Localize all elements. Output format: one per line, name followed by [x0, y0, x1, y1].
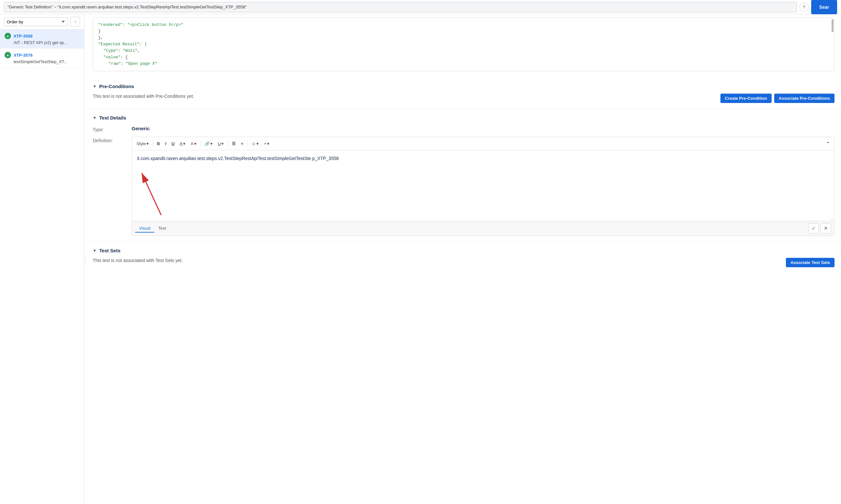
visual-tab[interactable]: Visual [135, 224, 154, 233]
xtp3558-status-icon: ● [4, 33, 11, 39]
xtp3576-id: XTP-3576 [14, 53, 33, 58]
pre-conditions-section: ▼ Pre-Conditions This test is not associ… [86, 78, 841, 109]
test-sets-actions: Associate Test Sets [786, 258, 835, 267]
code-line-6: "value": { [98, 54, 829, 60]
confirm-edit-button[interactable]: ✓ [808, 223, 819, 234]
font-color-button[interactable]: A ▾ [178, 139, 187, 148]
italic-button[interactable]: I [163, 139, 168, 148]
definition-text: it.com.xpandit.raven.arquilian.test.step… [137, 156, 339, 161]
order-by-select[interactable]: Order by [4, 18, 68, 26]
pre-conditions-description: This test is not associated with Pre-Con… [93, 94, 715, 99]
search-query-display[interactable]: "Generic Test Definition" ~ "it.com.xpan… [4, 2, 797, 12]
bold-button[interactable]: B [155, 139, 162, 148]
toolbar-separator-4 [247, 140, 248, 147]
code-line-7: "raw": "Open page X" [98, 60, 829, 67]
code-line-5: "type": "Wiki", [98, 48, 829, 54]
test-details-section: ▼ Test Details Type: Generic Definition:… [86, 109, 841, 242]
definition-editor: Style ▾ B I U A ▾ A ▾ [132, 137, 835, 236]
bullet-list-button[interactable]: ☰ [230, 139, 238, 148]
underline-button[interactable]: U [170, 139, 176, 148]
sidebar-item-xtp3576[interactable]: ● XTP-3576 testSimpleGetTestStep_XT... [0, 49, 84, 68]
editor-toolbar: Style ▾ B I U A ▾ A ▾ [132, 137, 834, 150]
scrollbar[interactable] [831, 19, 834, 32]
pre-conditions-header: ▼ Pre-Conditions [93, 84, 835, 89]
resize-handle[interactable]: ⋮ [84, 14, 86, 504]
underline2-button[interactable]: U ▾ [216, 139, 226, 148]
xtp3576-status-icon: ● [4, 52, 11, 58]
test-details-chevron-icon[interactable]: ▼ [93, 115, 97, 120]
test-sets-header: ▼ Test Sets [93, 248, 835, 253]
toolbar-separator-1 [153, 140, 153, 147]
editor-content-wrapper: it.com.xpandit.raven.arquilian.test.step… [132, 150, 834, 221]
definition-label: Definition: [93, 137, 132, 143]
associate-pre-conditions-button[interactable]: Associate Pre-Conditions [774, 94, 835, 103]
style-dropdown-button[interactable]: Style ▾ [135, 139, 151, 148]
cancel-edit-button[interactable]: ✕ [821, 223, 831, 234]
search-button[interactable]: Sear [811, 0, 837, 14]
code-line-2: } [98, 28, 829, 35]
type-field-row: Type: Generic [93, 126, 835, 132]
top-bar: "Generic Test Definition" ~ "it.com.xpan… [0, 0, 841, 14]
xtp3576-title: testSimpleGetTestStep_XT... [14, 59, 80, 64]
sidebar-toolbar: Order by ↑ [0, 14, 84, 30]
test-details-title: Test Details [99, 115, 126, 121]
code-line-3: }, [98, 35, 829, 41]
create-pre-condition-button[interactable]: Create Pre-Condition [720, 94, 772, 103]
type-value: Generic [132, 126, 150, 131]
code-line-4: "Expected Result": { [98, 41, 829, 48]
sidebar-item-xtp3558[interactable]: ● XTP-3558 AIT - REST API (v2) get sp... [0, 30, 84, 49]
xtp3558-title: AIT - REST API (v2) get sp... [14, 40, 80, 45]
sort-ascending-button[interactable]: ↑ [70, 17, 80, 26]
code-line-1: "rendered": "<p>Click button X</p>" [98, 22, 829, 28]
pre-conditions-title: Pre-Conditions [99, 84, 134, 89]
editor-footer: Visual Text ✓ ✕ [132, 221, 834, 235]
test-sets-section: ▼ Test Sets This test is not associated … [86, 242, 841, 273]
test-sets-title: Test Sets [99, 248, 121, 253]
help-button[interactable]: ? [800, 3, 809, 12]
pre-conditions-chevron-icon[interactable]: ▼ [93, 84, 97, 89]
editor-resize-handle[interactable]: ⌟ [132, 215, 834, 221]
test-details-header: ▼ Test Details [93, 115, 835, 121]
sidebar-items-list: ● XTP-3558 AIT - REST API (v2) get sp...… [0, 30, 84, 504]
test-sets-body: This test is not associated with Test Se… [93, 258, 835, 267]
emoji-button[interactable]: ☺ ▾ [250, 139, 261, 148]
main-layout: Order by ↑ ● XTP-3558 AIT - REST API (v2… [0, 14, 841, 504]
content-area: "rendered": "<p>Click button X</p>" } },… [86, 14, 841, 504]
link-button[interactable]: 🔗 ▾ [203, 139, 214, 148]
sidebar-item-header-2: ● XTP-3576 [4, 52, 80, 58]
text-tab[interactable]: Text [154, 224, 170, 233]
editor-footer-actions: ✓ ✕ [808, 223, 831, 234]
collapse-toolbar-button[interactable]: ⌃ [824, 139, 831, 148]
resize-dots-icon: ⋮ [82, 256, 88, 262]
sidebar: Order by ↑ ● XTP-3558 AIT - REST API (v2… [0, 14, 84, 504]
test-sets-description: This test is not associated with Test Se… [93, 258, 781, 263]
pre-conditions-actions: Create Pre-Condition Associate Pre-Condi… [720, 94, 835, 103]
type-label: Type: [93, 126, 132, 132]
toolbar-separator-2 [200, 140, 201, 147]
sidebar-item-header: ● XTP-3558 [4, 33, 80, 39]
test-sets-chevron-icon[interactable]: ▼ [93, 249, 97, 253]
numbered-list-button[interactable]: ≡ [239, 139, 245, 148]
associate-test-sets-button[interactable]: Associate Test Sets [786, 258, 835, 267]
code-preview-panel: "rendered": "<p>Click button X</p>" } },… [93, 18, 835, 71]
font-bg-button[interactable]: A ▾ [189, 139, 199, 148]
pre-conditions-body: This test is not associated with Pre-Con… [93, 94, 835, 103]
definition-field-row: Definition: Style ▾ B I U A [93, 137, 835, 236]
editor-content[interactable]: it.com.xpandit.raven.arquilian.test.step… [132, 150, 834, 215]
insert-button[interactable]: + ▾ [262, 139, 271, 148]
xtp3558-id: XTP-3558 [14, 34, 33, 38]
